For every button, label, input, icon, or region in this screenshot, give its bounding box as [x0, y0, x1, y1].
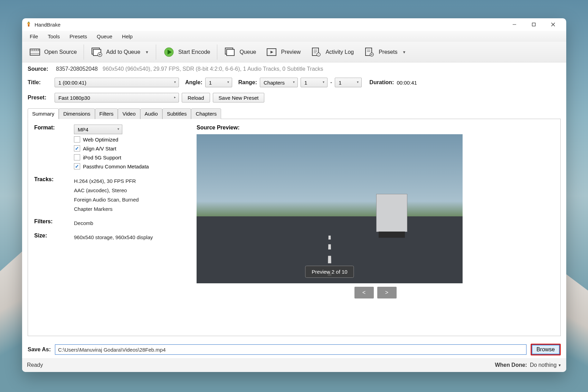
checkbox-icon — [74, 145, 80, 151]
filters-value: Decomb — [74, 218, 93, 228]
preset-combo[interactable]: Fast 1080p30▸ — [55, 93, 179, 102]
save-as-label: Save As: — [28, 346, 51, 353]
source-label: Source: — [28, 66, 52, 72]
titlebar: HandBrake — [22, 18, 566, 31]
chevron-down-icon: ▼ — [558, 363, 561, 367]
activity-log-button[interactable]: i Activity Log — [305, 44, 359, 60]
size-label: Size: — [34, 233, 74, 242]
queue-add-icon — [91, 46, 103, 58]
toolbar: Open Source Add to Queue ▼ Start Encode … — [22, 42, 566, 62]
preset-label: Preset: — [28, 95, 52, 101]
range-mode-combo[interactable]: Chapters▾ — [260, 78, 298, 87]
range-label: Range: — [238, 79, 257, 86]
tracks-label: Tracks: — [34, 176, 74, 214]
angle-label: Angle: — [185, 79, 202, 86]
svg-marker-23 — [271, 51, 273, 53]
tab-subtitles[interactable]: Subtitles — [162, 108, 191, 119]
tab-summary[interactable]: Summary — [28, 108, 59, 119]
range-from-combo[interactable]: 1▾ — [301, 78, 328, 87]
check-passthru[interactable]: Passthru Common Metadata — [74, 163, 149, 169]
title-label: Title: — [28, 79, 52, 86]
when-done-combo[interactable]: Do nothing▼ — [530, 362, 561, 368]
svg-text:i: i — [318, 53, 319, 56]
save-row: Save As: Browse — [22, 340, 566, 358]
check-align-av[interactable]: Align A/V Start — [74, 145, 149, 151]
app-title: HandBrake — [35, 22, 60, 28]
preview-badge: Preview 2 of 10 — [305, 266, 354, 278]
angle-combo[interactable]: 1▾ — [205, 78, 232, 87]
duration-label: Duration: — [369, 79, 394, 86]
track-line: Chapter Markers — [74, 204, 139, 214]
film-icon — [29, 46, 41, 58]
start-encode-button[interactable]: Start Encode — [158, 44, 215, 60]
svg-rect-21 — [227, 49, 234, 56]
preview-prev-button[interactable]: < — [354, 287, 374, 298]
reload-button[interactable]: Reload — [182, 93, 210, 102]
format-label: Format: — [34, 125, 74, 169]
preview-button[interactable]: Preview — [261, 44, 305, 60]
range-to-combo[interactable]: 1▾ — [335, 78, 362, 87]
when-done-label: When Done: — [495, 362, 527, 368]
app-icon — [26, 21, 32, 28]
tab-filters[interactable]: Filters — [95, 108, 118, 119]
presets-button[interactable]: Presets ▼ — [359, 44, 411, 60]
maximize-button[interactable] — [524, 18, 543, 31]
preview-icon — [266, 46, 277, 58]
statusbar: Ready When Done: Do nothing▼ — [22, 358, 566, 372]
chevron-down-icon: ▼ — [145, 50, 149, 54]
title-combo[interactable]: 1 (00:00:41)▾ — [55, 78, 179, 87]
app-window: HandBrake File Tools Presets Queue Help … — [22, 18, 566, 372]
format-combo[interactable]: MP4▾ — [74, 125, 122, 134]
menu-presets[interactable]: Presets — [65, 32, 92, 41]
filters-label: Filters: — [34, 218, 74, 228]
queue-button[interactable]: Queue — [219, 44, 261, 60]
tabs: Summary Dimensions Filters Video Audio S… — [28, 108, 561, 119]
svg-rect-3 — [532, 23, 535, 26]
minimize-button[interactable] — [505, 18, 524, 31]
svg-rect-1 — [28, 24, 30, 27]
source-id: 8357-208052048 — [56, 66, 98, 72]
track-line: Foreign Audio Scan, Burned — [74, 195, 139, 204]
save-path-input[interactable] — [55, 344, 527, 355]
check-ipod[interactable]: iPod 5G Support — [74, 154, 149, 160]
preview-label: Source Preview: — [197, 125, 554, 131]
tab-pane-summary: Format: MP4▾ Web Optimized Align A/V Sta… — [28, 119, 561, 336]
checkbox-icon — [74, 154, 80, 160]
browse-button[interactable]: Browse — [531, 344, 561, 355]
add-to-queue-button[interactable]: Add to Queue ▼ — [86, 44, 154, 60]
open-source-button[interactable]: Open Source — [24, 44, 82, 60]
checkbox-icon — [74, 163, 80, 169]
menu-tools[interactable]: Tools — [43, 32, 65, 41]
track-line: AAC (avcodec), Stereo — [74, 186, 139, 195]
play-icon — [163, 46, 175, 58]
presets-icon — [363, 46, 375, 58]
preview-image: Preview 2 of 10 — [197, 134, 463, 283]
svg-point-0 — [27, 22, 30, 25]
menubar: File Tools Presets Queue Help — [22, 31, 566, 42]
tab-video[interactable]: Video — [118, 108, 140, 119]
log-icon: i — [310, 46, 322, 58]
tab-audio[interactable]: Audio — [140, 108, 162, 119]
check-web-optimized[interactable]: Web Optimized — [74, 136, 149, 143]
close-button[interactable] — [543, 18, 563, 31]
tab-chapters[interactable]: Chapters — [191, 108, 221, 119]
range-sep: - — [330, 79, 332, 86]
checkbox-icon — [74, 136, 80, 143]
size-value: 960x540 storage, 960x540 display — [74, 233, 153, 242]
queue-icon — [224, 46, 236, 58]
chevron-down-icon: ▼ — [402, 50, 406, 54]
status-text: Ready — [27, 362, 43, 368]
menu-file[interactable]: File — [25, 32, 43, 41]
tab-dimensions[interactable]: Dimensions — [59, 108, 95, 119]
menu-queue[interactable]: Queue — [92, 32, 117, 41]
menu-help[interactable]: Help — [117, 32, 137, 41]
duration-value: 00:00:41 — [397, 80, 417, 86]
source-meta: 960x540 (960x540), 29.97 FPS, SDR (8-bit… — [103, 66, 323, 72]
preview-next-button[interactable]: > — [377, 287, 397, 298]
track-line: H.264 (x264), 30 FPS PFR — [74, 176, 139, 186]
save-new-preset-button[interactable]: Save New Preset — [213, 93, 265, 102]
